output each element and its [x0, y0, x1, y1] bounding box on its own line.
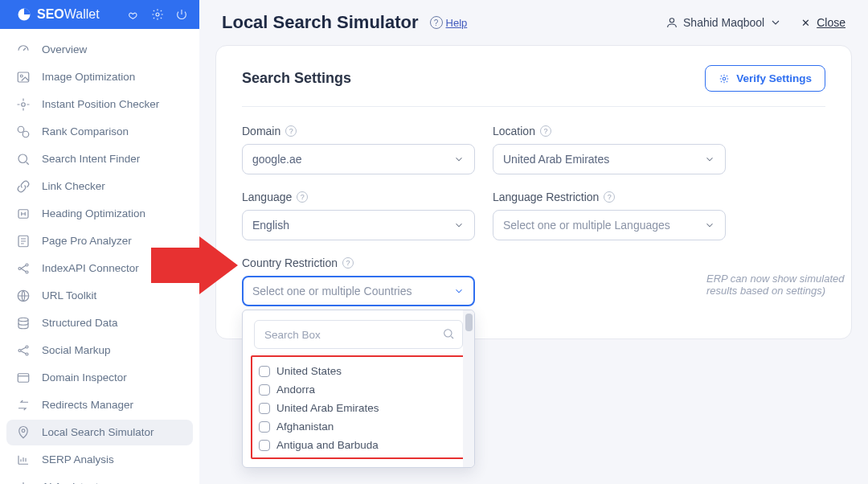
verify-settings-button[interactable]: Verify Settings	[705, 65, 825, 92]
chevron-down-icon	[453, 154, 465, 165]
sidebar-item-link-checker[interactable]: Link Checker	[6, 174, 193, 199]
sidebar-item-rank-comparison[interactable]: Rank Comparison	[6, 119, 193, 145]
redirect-icon	[16, 398, 31, 412]
location-field: Location? United Arab Emirates	[493, 125, 726, 174]
svg-point-5	[18, 126, 24, 133]
svg-point-10	[18, 267, 21, 269]
hint-icon[interactable]: ?	[285, 125, 297, 137]
country-restriction-select[interactable]: Select one or multiple Countries	[242, 276, 475, 306]
search-settings-card: Search Settings Verify Settings Domain? …	[215, 45, 852, 339]
close-icon: ✕	[801, 17, 810, 29]
help-link[interactable]: ? Help	[430, 16, 468, 29]
database-icon	[16, 316, 31, 330]
logo-icon	[16, 6, 32, 23]
sidebar-item-label: Instant Position Checker	[42, 98, 159, 110]
sidebar-item-label: Social Markup	[42, 344, 111, 356]
inspect-icon	[16, 371, 31, 385]
heart-hands-icon[interactable]	[127, 8, 140, 21]
dropdown-item[interactable]: Andorra	[256, 380, 461, 399]
gear-icon[interactable]	[151, 8, 164, 21]
hint-icon[interactable]: ?	[297, 191, 308, 203]
checkbox-icon[interactable]	[259, 440, 270, 451]
checkbox-icon[interactable]	[259, 403, 270, 414]
sidebar-item-indexapi-connector[interactable]: IndexAPI Connector	[6, 256, 193, 281]
sidebar-item-label: Domain Inspector	[42, 371, 127, 384]
sidebar-item-overview[interactable]: Overview	[6, 37, 193, 63]
dropdown-search	[254, 320, 463, 349]
main-area: Local Search Simulator ? Help Shahid Maq…	[199, 0, 868, 484]
dropdown-item-label: United States	[276, 365, 342, 377]
share-icon	[16, 343, 31, 358]
gear-icon	[719, 73, 730, 84]
sidebar-item-serp-analysis[interactable]: SERP Analysis	[6, 447, 193, 473]
svg-rect-2	[18, 72, 29, 82]
analysis-icon	[16, 453, 31, 467]
sidebar-item-label: Rank Comparison	[42, 125, 129, 137]
sidebar-item-local-search-simulator[interactable]: Local Search Simulator	[6, 420, 193, 445]
sidebar-item-image-optimization[interactable]: Image Optimization	[6, 64, 193, 90]
dropdown-item[interactable]: United States	[256, 362, 461, 380]
power-icon[interactable]	[175, 8, 188, 21]
sidebar-item-ai-assistant[interactable]: AI Assistant	[6, 474, 193, 484]
close-text: Close	[817, 16, 845, 29]
hint-icon[interactable]: ?	[540, 125, 551, 137]
dropdown-item[interactable]: United Arab Emirates	[256, 399, 461, 417]
sidebar-item-heading-optimization[interactable]: Heading Optimization	[6, 201, 193, 227]
chevron-down-icon	[453, 219, 465, 231]
brand-bold: SEO	[37, 7, 64, 21]
location-select[interactable]: United Arab Emirates	[493, 144, 726, 174]
pin-icon	[16, 425, 31, 440]
checkbox-icon[interactable]	[259, 421, 270, 433]
svg-point-1	[156, 13, 159, 16]
sidebar-item-label: Local Search Simulator	[42, 426, 154, 438]
svg-point-11	[26, 264, 28, 266]
sidebar: SEOWallet Overview Image Optimization In…	[0, 0, 199, 484]
language-restriction-select[interactable]: Select one or multiple Languages	[493, 210, 726, 240]
search-icon	[16, 152, 31, 166]
dropdown-item-label: Antigua and Barbuda	[276, 439, 379, 451]
brand-logo[interactable]: SEOWallet	[16, 6, 100, 23]
sidebar-item-structured-data[interactable]: Structured Data	[6, 310, 193, 336]
sidebar-item-redirects-manager[interactable]: Redirects Manager	[6, 392, 193, 418]
close-button[interactable]: ✕ Close	[801, 16, 845, 29]
globe-icon	[16, 289, 31, 303]
page-title: Local Search Simulator	[222, 12, 419, 33]
sidebar-item-label: SERP Analysis	[42, 453, 114, 466]
target-icon	[16, 97, 31, 112]
chevron-down-icon	[453, 285, 465, 297]
language-restriction-label: Language Restriction	[493, 191, 599, 203]
sidebar-item-search-intent-finder[interactable]: Search Intent Finder	[6, 146, 193, 172]
sidebar-item-domain-inspector[interactable]: Domain Inspector	[6, 365, 193, 391]
topbar: Local Search Simulator ? Help Shahid Maq…	[199, 0, 868, 45]
checkbox-icon[interactable]	[259, 384, 270, 396]
chevron-down-icon	[704, 154, 715, 165]
hint-icon[interactable]: ?	[342, 257, 354, 269]
sidebar-item-url-toolkit[interactable]: URL Toolkit	[6, 283, 193, 309]
sidebar-item-label: Image Optimization	[42, 71, 135, 83]
language-field: Language? English	[242, 191, 475, 240]
dropdown-item[interactable]: Antigua and Barbuda	[256, 436, 461, 454]
dropdown-scrollbar[interactable]	[463, 310, 474, 467]
api-icon	[16, 261, 31, 276]
language-restriction-placeholder: Select one or multiple Languages	[503, 219, 704, 232]
dropdown-item[interactable]: Afghanistan	[256, 417, 461, 436]
scroll-thumb[interactable]	[465, 314, 473, 331]
svg-point-19	[22, 429, 25, 432]
heading-icon	[16, 207, 31, 221]
help-text: Help	[446, 17, 468, 29]
svg-point-16	[26, 346, 28, 348]
domain-select[interactable]: google.ae	[242, 144, 475, 174]
dropdown-search-input[interactable]	[254, 320, 463, 349]
user-menu[interactable]: Shahid Maqbool	[665, 16, 782, 29]
language-select[interactable]: English	[242, 210, 475, 240]
country-restriction-placeholder: Select one or multiple Countries	[252, 285, 453, 297]
hint-icon[interactable]: ?	[604, 191, 615, 203]
sidebar-item-instant-position-checker[interactable]: Instant Position Checker	[6, 92, 193, 117]
svg-point-12	[26, 271, 28, 273]
chevron-down-icon	[704, 219, 715, 231]
sidebar-item-social-markup[interactable]: Social Markup	[6, 338, 193, 363]
language-restriction-field: Language Restriction? Select one or mult…	[493, 191, 726, 240]
checkbox-icon[interactable]	[259, 366, 270, 377]
sidebar-item-page-pro-analyzer[interactable]: Page Pro Analyzer	[6, 228, 193, 254]
country-restriction-label: Country Restriction	[242, 256, 338, 269]
